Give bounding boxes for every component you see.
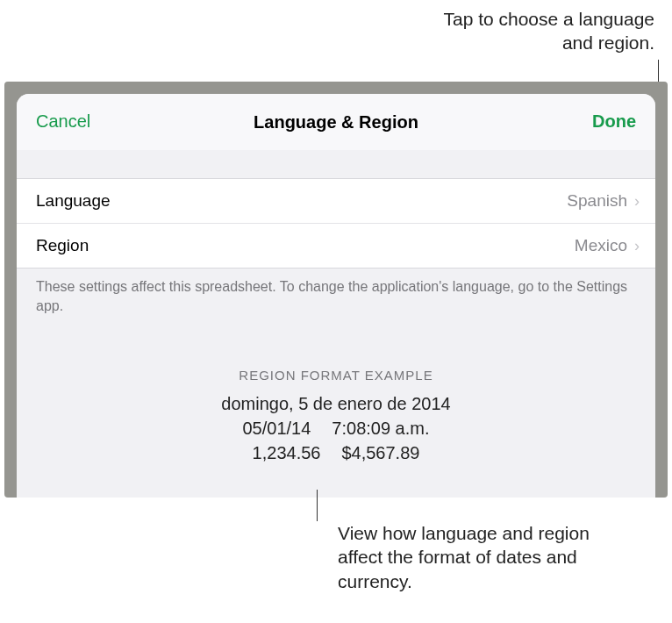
- example-short-date: 05/01/14: [242, 416, 311, 440]
- leader-line: [317, 490, 318, 521]
- region-row[interactable]: Region Mexico ›: [17, 223, 655, 268]
- region-row-right: Mexico ›: [575, 236, 640, 255]
- dialog-header: Cancel Language & Region Done: [17, 94, 655, 150]
- region-value: Mexico: [575, 236, 627, 255]
- language-row[interactable]: Language Spanish ›: [17, 179, 655, 223]
- cancel-button[interactable]: Cancel: [36, 111, 90, 132]
- language-label: Language: [36, 191, 111, 211]
- annotation-bottom: View how language and region affect the …: [338, 521, 618, 593]
- region-format-example: REGION FORMAT EXAMPLE domingo, 5 de ener…: [17, 368, 655, 465]
- example-heading: REGION FORMAT EXAMPLE: [17, 368, 655, 383]
- example-long-date: domingo, 5 de enero de 2014: [17, 391, 655, 416]
- language-row-right: Spanish ›: [567, 191, 640, 211]
- done-button[interactable]: Done: [592, 111, 636, 132]
- footnote-text: These settings affect this spreadsheet. …: [17, 269, 655, 315]
- example-time: 7:08:09 a.m.: [332, 416, 429, 440]
- chevron-right-icon: ›: [634, 193, 640, 209]
- dialog-title: Language & Region: [254, 112, 418, 132]
- example-currency: $4,567.89: [341, 440, 419, 465]
- example-number: 1,234.56: [253, 440, 321, 465]
- chevron-right-icon: ›: [634, 238, 640, 254]
- region-label: Region: [36, 236, 89, 255]
- example-date-time: 05/01/14 7:08:09 a.m.: [17, 416, 655, 440]
- settings-list: Language Spanish › Region Mexico ›: [17, 178, 655, 269]
- annotation-top: Tap to choose a language and region.: [409, 7, 654, 55]
- settings-dialog: Cancel Language & Region Done Language S…: [17, 94, 655, 498]
- language-value: Spanish: [567, 191, 627, 211]
- example-number-currency: 1,234.56 $4,567.89: [17, 440, 655, 465]
- outer-frame: Cancel Language & Region Done Language S…: [4, 82, 668, 498]
